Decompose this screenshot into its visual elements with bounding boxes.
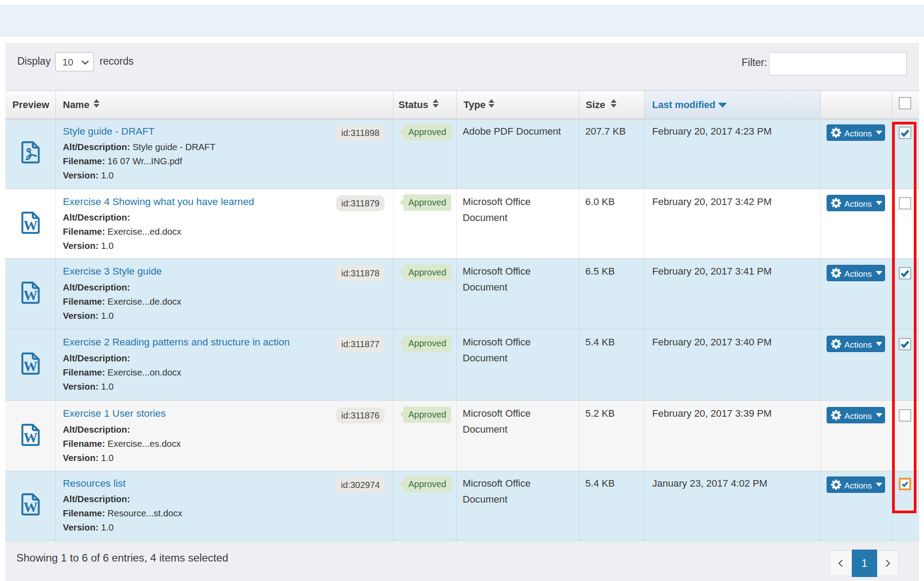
svg-text:W: W bbox=[23, 287, 38, 303]
svg-text:W: W bbox=[23, 217, 38, 233]
svg-text:W: W bbox=[23, 430, 38, 445]
svg-text:W: W bbox=[23, 358, 38, 374]
svg-text:W: W bbox=[23, 499, 38, 515]
